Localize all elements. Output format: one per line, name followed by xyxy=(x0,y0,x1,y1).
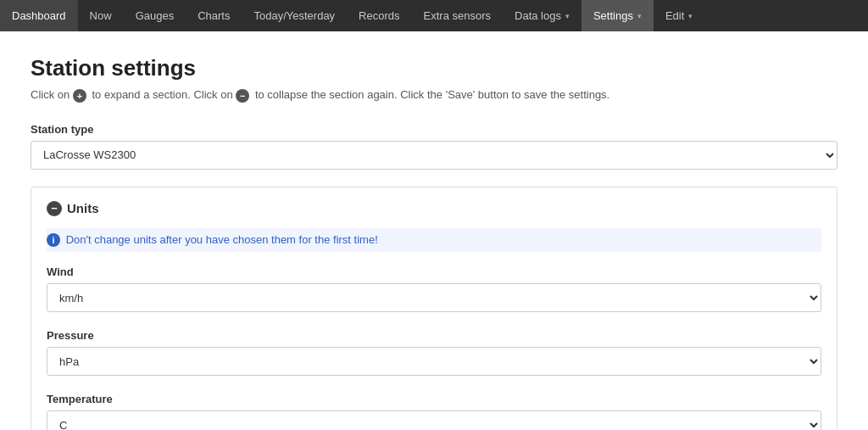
nav-data-logs-label: Data logs xyxy=(515,9,561,22)
nav-settings-label: Settings xyxy=(593,9,633,22)
nav-extra-sensors-label: Extra sensors xyxy=(424,9,491,22)
units-warning: i Don't change units after you have chos… xyxy=(47,228,821,253)
nav-dashboard[interactable]: Dashboard xyxy=(0,0,78,31)
wind-select[interactable]: km/h mph m/s knots Beaufort xyxy=(47,283,821,312)
units-section-title: Units xyxy=(67,201,99,215)
settings-chevron-icon: ▾ xyxy=(637,12,642,20)
nav-now-label: Now xyxy=(90,9,112,22)
station-type-select[interactable]: LaCrosse WS2300 Davis Vantage Pro Oregon… xyxy=(31,141,837,170)
wind-label: Wind xyxy=(47,265,821,278)
main-content: Station settings Click on + to expand a … xyxy=(0,31,868,430)
nav-today-yesterday[interactable]: Today/Yesterday xyxy=(242,0,347,31)
pressure-select[interactable]: hPa mb inHg kPa mmHg xyxy=(47,347,821,376)
nav-gauges[interactable]: Gauges xyxy=(124,0,186,31)
nav-today-yesterday-label: Today/Yesterday xyxy=(253,9,335,22)
temperature-select[interactable]: C F xyxy=(47,410,821,430)
pressure-label: Pressure xyxy=(47,329,821,342)
page-title: Station settings xyxy=(31,55,837,81)
nav-charts[interactable]: Charts xyxy=(186,0,242,31)
temperature-label: Temperature xyxy=(47,393,821,405)
nav-charts-label: Charts xyxy=(198,9,230,22)
data-logs-chevron-icon: ▾ xyxy=(565,12,570,20)
units-collapse-icon[interactable]: − xyxy=(47,201,62,216)
temperature-group: Temperature C F xyxy=(47,393,821,430)
collapse-icon: − xyxy=(236,89,249,103)
warning-icon: i xyxy=(47,233,60,247)
station-type-group: Station type LaCrosse WS2300 Davis Vanta… xyxy=(31,123,837,170)
expand-icon: + xyxy=(73,89,86,103)
units-section: − Units i Don't change units after you h… xyxy=(31,187,837,430)
nav-records[interactable]: Records xyxy=(347,0,411,31)
nav-dashboard-label: Dashboard xyxy=(12,9,66,22)
units-section-header: − Units xyxy=(47,201,821,216)
nav-settings[interactable]: Settings ▾ xyxy=(581,0,654,31)
nav-now[interactable]: Now xyxy=(78,0,124,31)
nav-gauges-label: Gauges xyxy=(136,9,175,22)
nav-extra-sensors[interactable]: Extra sensors xyxy=(412,0,503,31)
edit-chevron-icon: ▾ xyxy=(688,12,693,20)
station-type-label: Station type xyxy=(31,123,837,136)
nav-edit-label: Edit xyxy=(665,9,684,22)
pressure-group: Pressure hPa mb inHg kPa mmHg xyxy=(47,329,821,376)
nav-records-label: Records xyxy=(359,9,399,22)
wind-group: Wind km/h mph m/s knots Beaufort xyxy=(47,265,821,312)
page-subtitle: Click on + to expand a section. Click on… xyxy=(31,88,837,103)
nav-data-logs[interactable]: Data logs ▾ xyxy=(503,0,581,31)
nav-edit[interactable]: Edit ▾ xyxy=(654,0,704,31)
units-warning-text: Don't change units after you have chosen… xyxy=(66,233,378,246)
main-nav: Dashboard Now Gauges Charts Today/Yester… xyxy=(0,0,868,31)
